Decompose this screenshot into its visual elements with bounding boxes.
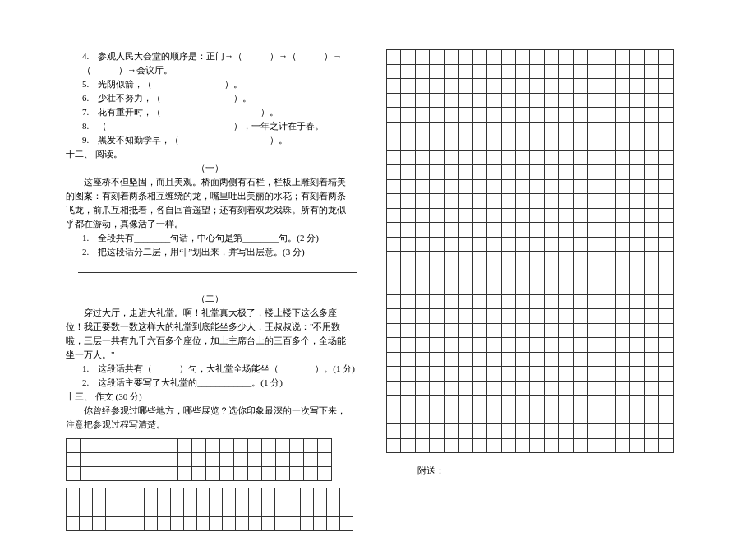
- answer-line-2: [78, 275, 357, 289]
- writing-grid-large: [386, 49, 674, 453]
- writing-grid-a: [66, 438, 332, 481]
- writing-grid-b: [66, 488, 353, 516]
- left-column: 4. 参观人民大会堂的顺序是：正门→（ ）→（ ）→（ ）→会议厅。 5. 光阴…: [66, 49, 370, 531]
- section-13-title: 十三、 作文 (30 分): [66, 390, 353, 404]
- question-9: 9. 黑发不知勤学早，（ ）。: [66, 133, 353, 147]
- appendix-label: 附送：: [386, 465, 674, 477]
- passage-2-q1: 1. 这段话共有（ ）句，大礼堂全场能坐（ ）。(1 分): [66, 362, 353, 376]
- passage-1-title: （一）: [66, 161, 353, 175]
- passage-2-title: （二）: [66, 292, 353, 306]
- right-column: 附送：: [370, 49, 674, 531]
- question-5: 5. 光阴似箭，（ ）。: [66, 77, 353, 91]
- passage-1-body: 这座桥不但坚固，而且美观。桥面两侧有石栏，栏板上雕刻着精美的图案：有刻着两条相互…: [66, 175, 353, 231]
- answer-line-1: [78, 259, 357, 273]
- writing-grid-c: [66, 516, 353, 531]
- passage-2-q2: 2. 这段话主要写了大礼堂的____________。(1 分): [66, 376, 353, 390]
- question-7: 7. 花有重开时，（ ）。: [66, 105, 353, 119]
- passage-2-body: 穿过大厅，走进大礼堂。啊！礼堂真大极了，楼上楼下这么多座位！我正要数一数这样大的…: [66, 306, 353, 362]
- question-6: 6. 少壮不努力，（ ）。: [66, 91, 353, 105]
- section-12-title: 十二、 阅读。: [66, 147, 353, 161]
- section-13-body: 你曾经参观过哪些地方，哪些展览？选你印象最深的一次写下来，注意把参观过程写清楚。: [66, 404, 353, 432]
- passage-1-q2: 2. 把这段话分二层，用“‖”划出来，并写出层意。(3 分): [66, 245, 353, 259]
- question-8: 8. （ ），一年之计在于春。: [66, 119, 353, 133]
- passage-1-q1: 1. 全段共有________句话，中心句是第________句。(2 分): [66, 231, 353, 245]
- question-4: 4. 参观人民大会堂的顺序是：正门→（ ）→（ ）→（ ）→会议厅。: [66, 49, 353, 77]
